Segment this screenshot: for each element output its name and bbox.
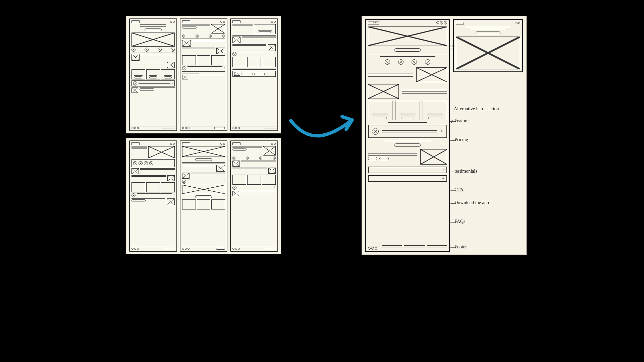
cta-button xyxy=(394,143,421,147)
faq-item: + xyxy=(368,175,447,182)
sketch-thumb: > xyxy=(230,140,278,252)
next-arrow-icon: > xyxy=(440,129,443,134)
annotation-label: Pricing xyxy=(454,137,468,142)
annotation-label: Alternative hero section xyxy=(454,106,499,112)
variant-arrow-icon xyxy=(448,45,456,51)
footer-row xyxy=(368,242,447,250)
feature-row xyxy=(368,67,447,82)
window-controls-icon xyxy=(436,21,447,24)
sketch-thumb: > xyxy=(180,18,228,131)
logo-box: LOGO xyxy=(368,21,379,24)
faq-item: + xyxy=(368,167,447,173)
annotation-label: Download the app xyxy=(454,200,489,205)
result-sketch-sheet: LOGO xyxy=(362,16,527,255)
plus-icon: + xyxy=(442,168,444,173)
final-wireframe: LOGO xyxy=(365,19,450,252)
sketch-thumb: > xyxy=(180,140,228,252)
avatar-icon xyxy=(372,128,379,135)
annotation-label: CTA xyxy=(454,187,464,193)
sketch-thumb: > xyxy=(230,18,278,131)
feature-row xyxy=(368,84,447,99)
sketch-thumb: > xyxy=(129,140,177,252)
annotation-label: testimonials xyxy=(454,169,477,174)
annotation-label: Features xyxy=(454,118,470,124)
sketch-thumb: > xyxy=(129,18,177,131)
annotation-label: Footer xyxy=(454,244,467,250)
testimonial-banner: > xyxy=(368,125,447,138)
hero-image-placeholder xyxy=(368,26,447,46)
input-sketches-row-2: > > xyxy=(126,138,281,254)
download-row xyxy=(368,149,447,165)
annotation-label: FAQs xyxy=(454,219,465,224)
flow-arrow-icon xyxy=(289,111,356,144)
hero-cta-button xyxy=(394,48,421,52)
alt-hero-wireframe xyxy=(453,19,523,72)
plus-icon: + xyxy=(442,176,444,181)
app-image-placeholder xyxy=(420,149,447,165)
pricing-cards xyxy=(368,101,447,120)
feature-icons-row xyxy=(368,59,447,65)
input-sketches-row-1: > > xyxy=(126,16,281,133)
